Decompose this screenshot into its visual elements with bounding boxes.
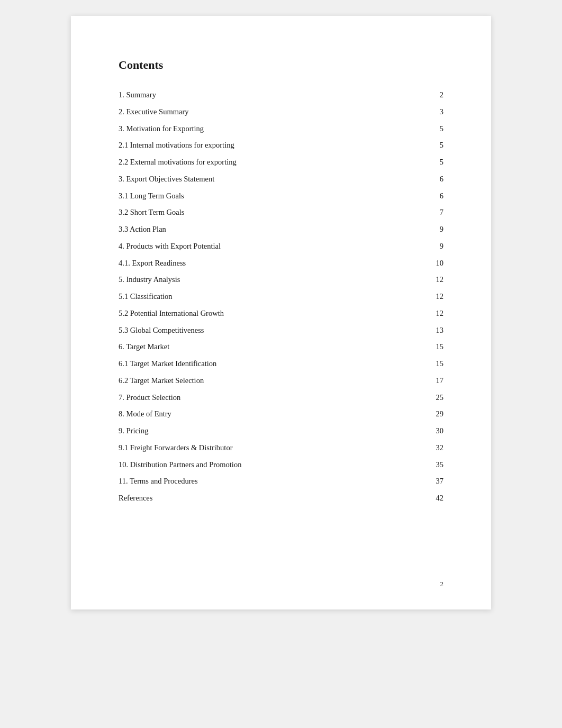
toc-main-item: 9. Pricing bbox=[119, 423, 411, 440]
document-page: Contents 1. Summary22. Executive Summary… bbox=[71, 16, 491, 609]
toc-page-number: 35 bbox=[411, 457, 443, 474]
toc-row: 3.3 Action Plan9 bbox=[119, 221, 443, 238]
toc-row: References42 bbox=[119, 490, 443, 507]
toc-page-number: 5 bbox=[411, 121, 443, 138]
toc-row: 5.1 Classification12 bbox=[119, 288, 443, 305]
toc-main-item: 8. Mode of Entry bbox=[119, 406, 411, 423]
toc-page-number: 13 bbox=[411, 322, 443, 339]
toc-page-number: 5 bbox=[411, 137, 443, 154]
toc-page-number: 6 bbox=[411, 188, 443, 205]
toc-page-number: 15 bbox=[411, 356, 443, 372]
toc-sub-item: 3.1 Long Term Goals bbox=[119, 188, 411, 205]
toc-sub-item: 5.1 Classification bbox=[119, 288, 411, 305]
toc-main-item: 3. Motivation for Exporting bbox=[119, 121, 411, 138]
toc-row: 4.1. Export Readiness10 bbox=[119, 255, 443, 272]
toc-sub-item: 3.3 Action Plan bbox=[119, 221, 411, 238]
toc-page-number: 15 bbox=[411, 339, 443, 356]
toc-row: 3. Export Objectives Statement6 bbox=[119, 171, 443, 188]
page-footer-number: 2 bbox=[440, 580, 444, 588]
toc-sub-item: 5.2 Potential International Growth bbox=[119, 305, 411, 322]
toc-main-item: 7. Product Selection bbox=[119, 389, 411, 406]
toc-row: 3. Motivation for Exporting5 bbox=[119, 121, 443, 138]
toc-page-number: 10 bbox=[411, 255, 443, 272]
page-title: Contents bbox=[119, 58, 443, 72]
toc-page-number: 17 bbox=[411, 372, 443, 389]
toc-main-item: 3. Export Objectives Statement bbox=[119, 171, 411, 188]
toc-main-item: 11. Terms and Procedures bbox=[119, 473, 411, 490]
toc-row: 11. Terms and Procedures37 bbox=[119, 473, 443, 490]
toc-row: 3.1 Long Term Goals6 bbox=[119, 188, 443, 205]
toc-row: 3.2 Short Term Goals7 bbox=[119, 204, 443, 221]
toc-page-number: 12 bbox=[411, 288, 443, 305]
toc-row: 2. Executive Summary3 bbox=[119, 104, 443, 121]
toc-page-number: 6 bbox=[411, 171, 443, 188]
toc-row: 5. Industry Analysis12 bbox=[119, 271, 443, 288]
toc-page-number: 37 bbox=[411, 473, 443, 490]
toc-row: 2.2 External motivations for exporting5 bbox=[119, 154, 443, 171]
toc-page-number: 30 bbox=[411, 423, 443, 440]
toc-main-item: References bbox=[119, 490, 411, 507]
toc-row: 6.1 Target Market Identification15 bbox=[119, 356, 443, 372]
toc-row: 10. Distribution Partners and Promotion3… bbox=[119, 457, 443, 474]
toc-sub-item: 2.1 Internal motivations for exporting bbox=[119, 137, 411, 154]
toc-page-number: 29 bbox=[411, 406, 443, 423]
toc-sub-item: 5.3 Global Competitiveness bbox=[119, 322, 411, 339]
toc-page-number: 12 bbox=[411, 271, 443, 288]
toc-page-number: 32 bbox=[411, 440, 443, 457]
toc-row: 1. Summary2 bbox=[119, 87, 443, 104]
toc-page-number: 9 bbox=[411, 221, 443, 238]
toc-sub-item: 3.2 Short Term Goals bbox=[119, 204, 411, 221]
toc-page-number: 7 bbox=[411, 204, 443, 221]
toc-table: 1. Summary22. Executive Summary33. Motiv… bbox=[119, 87, 443, 507]
toc-row: 6.2 Target Market Selection17 bbox=[119, 372, 443, 389]
toc-row: 9. Pricing30 bbox=[119, 423, 443, 440]
toc-row: 7. Product Selection25 bbox=[119, 389, 443, 406]
toc-row: 8. Mode of Entry29 bbox=[119, 406, 443, 423]
toc-page-number: 2 bbox=[411, 87, 443, 104]
toc-sub-item: 4.1. Export Readiness bbox=[119, 255, 411, 272]
toc-main-item: 6. Target Market bbox=[119, 339, 411, 356]
toc-row: 4. Products with Export Potential9 bbox=[119, 238, 443, 255]
toc-sub-item: 2.2 External motivations for exporting bbox=[119, 154, 411, 171]
toc-main-item: 4. Products with Export Potential bbox=[119, 238, 411, 255]
toc-page-number: 12 bbox=[411, 305, 443, 322]
toc-sub-item: 6.1 Target Market Identification bbox=[119, 356, 411, 372]
toc-main-item: 5. Industry Analysis bbox=[119, 271, 411, 288]
toc-row: 6. Target Market15 bbox=[119, 339, 443, 356]
toc-sub-item: 6.2 Target Market Selection bbox=[119, 372, 411, 389]
toc-page-number: 42 bbox=[411, 490, 443, 507]
toc-row: 9.1 Freight Forwarders & Distributor32 bbox=[119, 440, 443, 457]
toc-row: 5.2 Potential International Growth12 bbox=[119, 305, 443, 322]
toc-page-number: 3 bbox=[411, 104, 443, 121]
toc-main-item: 2. Executive Summary bbox=[119, 104, 411, 121]
toc-main-item: 1. Summary bbox=[119, 87, 411, 104]
toc-page-number: 9 bbox=[411, 238, 443, 255]
toc-row: 2.1 Internal motivations for exporting5 bbox=[119, 137, 443, 154]
toc-main-item: 10. Distribution Partners and Promotion bbox=[119, 457, 411, 474]
toc-page-number: 25 bbox=[411, 389, 443, 406]
toc-sub-item: 9.1 Freight Forwarders & Distributor bbox=[119, 440, 411, 457]
toc-page-number: 5 bbox=[411, 154, 443, 171]
toc-row: 5.3 Global Competitiveness13 bbox=[119, 322, 443, 339]
